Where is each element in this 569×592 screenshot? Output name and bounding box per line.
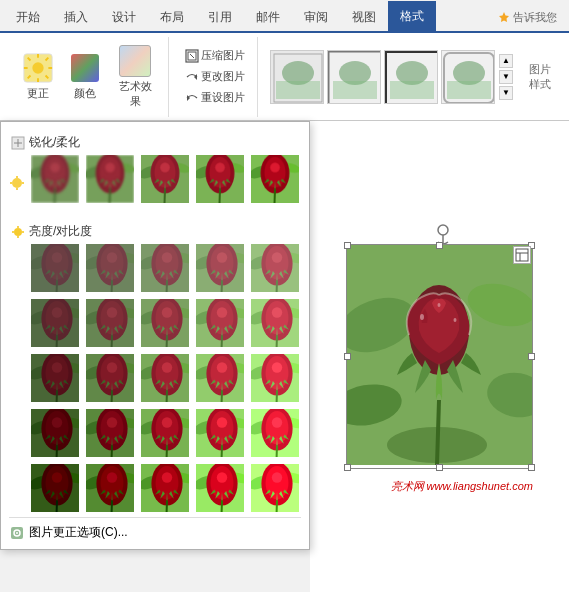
- svg-rect-31: [447, 81, 491, 99]
- handle-bl[interactable]: [344, 464, 351, 471]
- tab-layout[interactable]: 布局: [148, 3, 196, 31]
- brightness-section-icon: [11, 225, 25, 239]
- handle-lm[interactable]: [344, 353, 351, 360]
- sharpen-thumb-1[interactable]: [29, 153, 81, 205]
- sharpen-thumb-3[interactable]: [139, 153, 191, 205]
- rotate-handle[interactable]: [434, 224, 446, 236]
- svg-point-60: [438, 303, 441, 307]
- tab-design[interactable]: 设计: [100, 3, 148, 31]
- svg-point-48: [438, 225, 448, 235]
- svg-marker-0: [499, 12, 509, 22]
- bright-thumb-4-2[interactable]: [84, 407, 136, 459]
- bright-thumb-1-2[interactable]: [84, 242, 136, 294]
- adjust-group: 更正 颜色 艺术效果: [8, 37, 169, 117]
- style-thumb-4[interactable]: [441, 50, 495, 104]
- bright-thumb-1-5[interactable]: [249, 242, 301, 294]
- svg-rect-19: [276, 81, 320, 99]
- tab-start[interactable]: 开始: [4, 3, 52, 31]
- tab-view[interactable]: 视图: [340, 3, 388, 31]
- tab-bar: 开始 插入 设计 布局 引用 邮件 审阅 视图 格式 告诉我您: [0, 0, 569, 33]
- brightness-row-5: [29, 462, 301, 514]
- reset-button[interactable]: 重设图片: [181, 88, 249, 107]
- svg-line-57: [437, 400, 439, 465]
- compress-button[interactable]: 压缩图片: [181, 46, 249, 65]
- bright-thumb-3-2[interactable]: [84, 352, 136, 404]
- bright-thumb-4-1[interactable]: [29, 407, 81, 459]
- image-container: 亮术网 www.liangshunet.com: [346, 244, 533, 469]
- bright-thumb-4-3[interactable]: [139, 407, 191, 459]
- selected-image[interactable]: [346, 244, 533, 469]
- scroll-down-arrow[interactable]: ▼: [499, 70, 513, 84]
- handle-br[interactable]: [528, 464, 535, 471]
- tab-help[interactable]: 告诉我您: [486, 3, 569, 31]
- svg-point-2: [32, 62, 43, 73]
- handle-rm[interactable]: [528, 353, 535, 360]
- tab-insert[interactable]: 插入: [52, 3, 100, 31]
- sharpen-thumb-5[interactable]: [249, 153, 301, 205]
- style-thumb-2[interactable]: [327, 50, 381, 104]
- style-thumb-1[interactable]: [270, 50, 324, 104]
- bright-thumb-3-1[interactable]: [29, 352, 81, 404]
- bright-thumb-1-4[interactable]: [194, 242, 246, 294]
- color-button[interactable]: 颜色: [64, 48, 106, 105]
- scroll-up-arrow[interactable]: ▲: [499, 54, 513, 68]
- brightness-row-1: [29, 242, 301, 294]
- tab-review[interactable]: 审阅: [292, 3, 340, 31]
- bright-thumb-4-4[interactable]: [194, 407, 246, 459]
- handle-bm[interactable]: [436, 464, 443, 471]
- handle-tl[interactable]: [344, 242, 351, 249]
- handle-tm[interactable]: [436, 242, 443, 249]
- style-scroll: ▲ ▼ ▼: [499, 54, 513, 100]
- layout-icon: [515, 248, 529, 262]
- bright-thumb-2-2[interactable]: [84, 297, 136, 349]
- tab-reference[interactable]: 引用: [196, 3, 244, 31]
- brightness-row-4: [29, 407, 301, 459]
- watermark: 亮术网 www.liangshunet.com: [391, 479, 533, 494]
- bright-thumb-2-5[interactable]: [249, 297, 301, 349]
- tab-format[interactable]: 格式: [388, 1, 436, 31]
- art-effect-button[interactable]: 艺术效果: [110, 41, 160, 113]
- bright-thumb-3-3[interactable]: [139, 352, 191, 404]
- section-icon: [11, 136, 25, 150]
- bright-thumb-1-1[interactable]: [29, 242, 81, 294]
- corrections-options-button[interactable]: 图片更正选项(C)...: [9, 517, 301, 541]
- bright-thumb-2-1[interactable]: [29, 297, 81, 349]
- bright-thumb-2-3[interactable]: [139, 297, 191, 349]
- svg-point-58: [420, 314, 424, 320]
- bright-thumb-5-5[interactable]: [249, 462, 301, 514]
- format-icon-overlay[interactable]: [513, 246, 531, 264]
- correct-icon: [22, 51, 54, 85]
- sharpen-section-title: 锐化/柔化: [9, 130, 301, 153]
- style-thumb-3[interactable]: [384, 50, 438, 104]
- bright-thumb-5-3[interactable]: [139, 462, 191, 514]
- brightness-row-2: [29, 297, 301, 349]
- bright-thumb-2-4[interactable]: [194, 297, 246, 349]
- color-swatch: [71, 54, 99, 82]
- svg-line-13: [190, 54, 194, 58]
- compress-icon: [185, 49, 199, 63]
- scroll-more-arrow[interactable]: ▼: [499, 86, 513, 100]
- brightness-row-3: [29, 352, 301, 404]
- bright-thumb-5-4[interactable]: [194, 462, 246, 514]
- bright-thumb-3-5[interactable]: [249, 352, 301, 404]
- manage-group: 压缩图片 更改图片 重设图片: [173, 37, 258, 117]
- sharpen-thumb-4[interactable]: [194, 153, 246, 205]
- brightness-section-title: 亮度/对比度: [9, 219, 301, 242]
- bright-thumb-1-3[interactable]: [139, 242, 191, 294]
- bright-thumb-3-4[interactable]: [194, 352, 246, 404]
- document-area: 亮术网 www.liangshunet.com: [310, 121, 569, 592]
- change-icon: [185, 70, 199, 84]
- correct-button[interactable]: 更正: [16, 48, 60, 105]
- styles-group: ▲ ▼ ▼: [262, 50, 521, 104]
- sharpen-icon: [9, 175, 25, 191]
- reset-icon: [185, 91, 199, 105]
- svg-rect-61: [516, 249, 528, 261]
- settings-icon: [9, 525, 25, 541]
- change-button[interactable]: 更改图片: [181, 67, 249, 86]
- svg-rect-27: [390, 81, 434, 99]
- bright-thumb-5-1[interactable]: [29, 462, 81, 514]
- tab-mail[interactable]: 邮件: [244, 3, 292, 31]
- bright-thumb-5-2[interactable]: [84, 462, 136, 514]
- bright-thumb-4-5[interactable]: [249, 407, 301, 459]
- sharpen-thumb-2[interactable]: [84, 153, 136, 205]
